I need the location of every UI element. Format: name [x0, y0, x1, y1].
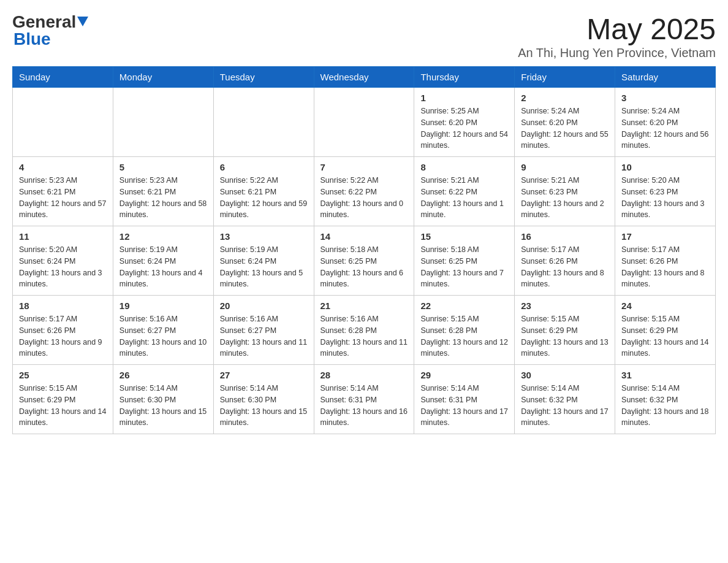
day-cell: 21Sunrise: 5:16 AMSunset: 6:28 PMDayligh…	[314, 296, 414, 365]
day-info: Sunrise: 5:20 AMSunset: 6:24 PMDaylight:…	[19, 244, 107, 290]
day-cell: 1Sunrise: 5:25 AMSunset: 6:20 PMDaylight…	[414, 88, 515, 157]
day-number: 28	[320, 370, 408, 380]
day-info: Sunrise: 5:14 AMSunset: 6:32 PMDaylight:…	[621, 383, 709, 429]
day-info: Sunrise: 5:14 AMSunset: 6:30 PMDaylight:…	[220, 383, 308, 429]
day-info: Sunrise: 5:22 AMSunset: 6:21 PMDaylight:…	[220, 175, 308, 221]
day-info: Sunrise: 5:18 AMSunset: 6:25 PMDaylight:…	[420, 244, 508, 290]
day-info: Sunrise: 5:14 AMSunset: 6:32 PMDaylight:…	[521, 383, 609, 429]
day-info: Sunrise: 5:15 AMSunset: 6:29 PMDaylight:…	[621, 313, 709, 359]
day-cell: 17Sunrise: 5:17 AMSunset: 6:26 PMDayligh…	[615, 226, 716, 296]
day-number: 18	[19, 301, 107, 311]
day-info: Sunrise: 5:15 AMSunset: 6:29 PMDaylight:…	[521, 313, 609, 359]
day-info: Sunrise: 5:16 AMSunset: 6:27 PMDaylight:…	[119, 313, 207, 359]
day-number: 14	[320, 231, 408, 242]
day-cell: 10Sunrise: 5:20 AMSunset: 6:23 PMDayligh…	[615, 157, 716, 226]
day-number: 26	[119, 370, 207, 380]
day-cell: 18Sunrise: 5:17 AMSunset: 6:26 PMDayligh…	[13, 296, 113, 365]
day-cell: 26Sunrise: 5:14 AMSunset: 6:30 PMDayligh…	[113, 365, 213, 434]
day-number: 1	[420, 93, 508, 103]
day-info: Sunrise: 5:15 AMSunset: 6:28 PMDaylight:…	[420, 313, 508, 359]
day-cell: 14Sunrise: 5:18 AMSunset: 6:25 PMDayligh…	[314, 226, 414, 296]
day-info: Sunrise: 5:25 AMSunset: 6:20 PMDaylight:…	[420, 105, 508, 151]
day-number: 24	[621, 301, 709, 311]
calendar-table: SundayMondayTuesdayWednesdayThursdayFrid…	[12, 66, 716, 434]
day-info: Sunrise: 5:17 AMSunset: 6:26 PMDaylight:…	[521, 244, 609, 290]
day-number: 25	[19, 370, 107, 380]
day-cell: 6Sunrise: 5:22 AMSunset: 6:21 PMDaylight…	[213, 157, 314, 226]
day-number: 27	[220, 370, 308, 380]
day-info: Sunrise: 5:21 AMSunset: 6:22 PMDaylight:…	[420, 175, 508, 221]
day-cell: 15Sunrise: 5:18 AMSunset: 6:25 PMDayligh…	[414, 226, 515, 296]
logo-arrow-icon	[77, 17, 88, 29]
day-info: Sunrise: 5:23 AMSunset: 6:21 PMDaylight:…	[19, 175, 107, 221]
day-cell: 20Sunrise: 5:16 AMSunset: 6:27 PMDayligh…	[213, 296, 314, 365]
day-cell: 31Sunrise: 5:14 AMSunset: 6:32 PMDayligh…	[615, 365, 716, 434]
week-row-1: 1Sunrise: 5:25 AMSunset: 6:20 PMDaylight…	[13, 88, 716, 157]
day-cell: 5Sunrise: 5:23 AMSunset: 6:21 PMDaylight…	[113, 157, 213, 226]
day-cell: 30Sunrise: 5:14 AMSunset: 6:32 PMDayligh…	[515, 365, 615, 434]
day-number: 17	[621, 231, 709, 242]
day-cell: 19Sunrise: 5:16 AMSunset: 6:27 PMDayligh…	[113, 296, 213, 365]
subtitle: An Thi, Hung Yen Province, Vietnam	[518, 46, 716, 60]
day-info: Sunrise: 5:17 AMSunset: 6:26 PMDaylight:…	[621, 244, 709, 290]
day-number: 31	[621, 370, 709, 380]
day-cell: 13Sunrise: 5:19 AMSunset: 6:24 PMDayligh…	[213, 226, 314, 296]
main-title: May 2025	[518, 12, 716, 46]
day-number: 12	[119, 231, 207, 242]
week-row-3: 11Sunrise: 5:20 AMSunset: 6:24 PMDayligh…	[13, 226, 716, 296]
calendar-body: 1Sunrise: 5:25 AMSunset: 6:20 PMDaylight…	[13, 88, 716, 434]
day-number: 7	[320, 162, 408, 172]
header-wednesday: Wednesday	[314, 67, 414, 88]
day-number: 11	[19, 231, 107, 242]
day-number: 8	[420, 162, 508, 172]
day-cell	[314, 88, 414, 157]
day-cell: 27Sunrise: 5:14 AMSunset: 6:30 PMDayligh…	[213, 365, 314, 434]
day-cell: 29Sunrise: 5:14 AMSunset: 6:31 PMDayligh…	[414, 365, 515, 434]
day-cell: 11Sunrise: 5:20 AMSunset: 6:24 PMDayligh…	[13, 226, 113, 296]
header-saturday: Saturday	[615, 67, 716, 88]
day-info: Sunrise: 5:24 AMSunset: 6:20 PMDaylight:…	[521, 105, 609, 151]
header-thursday: Thursday	[414, 67, 515, 88]
day-number: 19	[119, 301, 207, 311]
header-sunday: Sunday	[13, 67, 113, 88]
day-info: Sunrise: 5:17 AMSunset: 6:26 PMDaylight:…	[19, 313, 107, 359]
day-info: Sunrise: 5:15 AMSunset: 6:29 PMDaylight:…	[19, 383, 107, 429]
day-cell: 22Sunrise: 5:15 AMSunset: 6:28 PMDayligh…	[414, 296, 515, 365]
week-row-2: 4Sunrise: 5:23 AMSunset: 6:21 PMDaylight…	[13, 157, 716, 226]
day-cell: 12Sunrise: 5:19 AMSunset: 6:24 PMDayligh…	[113, 226, 213, 296]
day-number: 15	[420, 231, 508, 242]
day-info: Sunrise: 5:22 AMSunset: 6:22 PMDaylight:…	[320, 175, 408, 221]
day-cell: 7Sunrise: 5:22 AMSunset: 6:22 PMDaylight…	[314, 157, 414, 226]
day-info: Sunrise: 5:19 AMSunset: 6:24 PMDaylight:…	[119, 244, 207, 290]
day-number: 2	[521, 93, 609, 103]
day-cell: 25Sunrise: 5:15 AMSunset: 6:29 PMDayligh…	[13, 365, 113, 434]
day-number: 6	[220, 162, 308, 172]
logo: General Blue	[12, 12, 88, 49]
day-info: Sunrise: 5:14 AMSunset: 6:31 PMDaylight:…	[420, 383, 508, 429]
day-number: 5	[119, 162, 207, 172]
header-row: SundayMondayTuesdayWednesdayThursdayFrid…	[13, 67, 716, 88]
day-number: 30	[521, 370, 609, 380]
logo-blue: Blue	[13, 29, 51, 49]
day-info: Sunrise: 5:21 AMSunset: 6:23 PMDaylight:…	[521, 175, 609, 221]
day-number: 3	[621, 93, 709, 103]
day-info: Sunrise: 5:14 AMSunset: 6:31 PMDaylight:…	[320, 383, 408, 429]
day-cell: 4Sunrise: 5:23 AMSunset: 6:21 PMDaylight…	[13, 157, 113, 226]
day-number: 23	[521, 301, 609, 311]
day-cell: 2Sunrise: 5:24 AMSunset: 6:20 PMDaylight…	[515, 88, 615, 157]
day-number: 9	[521, 162, 609, 172]
calendar-header: SundayMondayTuesdayWednesdayThursdayFrid…	[13, 67, 716, 88]
header-friday: Friday	[515, 67, 615, 88]
day-cell: 23Sunrise: 5:15 AMSunset: 6:29 PMDayligh…	[515, 296, 615, 365]
week-row-4: 18Sunrise: 5:17 AMSunset: 6:26 PMDayligh…	[13, 296, 716, 365]
day-cell: 9Sunrise: 5:21 AMSunset: 6:23 PMDaylight…	[515, 157, 615, 226]
day-cell: 3Sunrise: 5:24 AMSunset: 6:20 PMDaylight…	[615, 88, 716, 157]
day-number: 20	[220, 301, 308, 311]
day-info: Sunrise: 5:16 AMSunset: 6:27 PMDaylight:…	[220, 313, 308, 359]
day-cell: 24Sunrise: 5:15 AMSunset: 6:29 PMDayligh…	[615, 296, 716, 365]
day-info: Sunrise: 5:24 AMSunset: 6:20 PMDaylight:…	[621, 105, 709, 151]
day-cell: 8Sunrise: 5:21 AMSunset: 6:22 PMDaylight…	[414, 157, 515, 226]
day-number: 10	[621, 162, 709, 172]
day-cell: 16Sunrise: 5:17 AMSunset: 6:26 PMDayligh…	[515, 226, 615, 296]
day-number: 29	[420, 370, 508, 380]
